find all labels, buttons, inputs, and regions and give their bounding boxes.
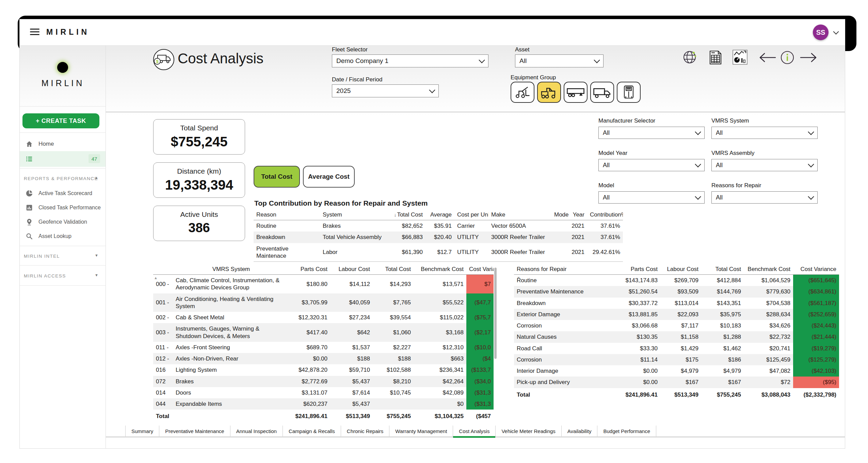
- create-task-button[interactable]: + CREATE TASK: [22, 113, 99, 128]
- model-year-select[interactable]: All: [598, 159, 705, 171]
- vmrs-assembly-select[interactable]: All: [711, 159, 818, 171]
- equipment-tile-semi-truck[interactable]: [537, 82, 561, 103]
- divider: [20, 106, 106, 107]
- date-fiscal-period-select[interactable]: 2025: [332, 84, 439, 97]
- column-header-model[interactable]: Model: [551, 210, 568, 220]
- collapse-down-icon[interactable]: ▼: [95, 273, 98, 277]
- column-header-parts-cost[interactable]: Parts Cost: [616, 264, 660, 275]
- cell: Corrosion: [514, 320, 616, 331]
- column-header-total-cost[interactable]: Total Cost: [390, 210, 425, 220]
- column-header-blank[interactable]: [153, 264, 173, 275]
- column-header-total-cost[interactable]: Total Cost: [373, 264, 414, 275]
- tab-summary[interactable]: Summary: [125, 426, 159, 436]
- column-header-cost-variance[interactable]: Cost Variance: [793, 264, 839, 275]
- tab-availability[interactable]: Availability: [562, 426, 598, 436]
- column-header-cost-variance[interactable]: Cost Variance: [466, 264, 494, 275]
- cell: Doors: [173, 387, 289, 398]
- sort-ascending-icon[interactable]: ▲: [154, 276, 158, 280]
- divider: [20, 265, 106, 266]
- vmrs-system-table: VMRS SystemParts CostLabour CostTotal Co…: [153, 264, 494, 422]
- manufacturer-selector-select[interactable]: All: [598, 127, 705, 139]
- kpi-distance: Distance (km) 19,338,394: [153, 162, 245, 198]
- export-table-icon[interactable]: [709, 50, 722, 65]
- kpi-total-spend: Total Spend $755,245: [153, 119, 245, 155]
- total-cell: ($2,332,798): [793, 388, 839, 400]
- sidebar-item-geofence-validation[interactable]: Geofence Validation: [20, 215, 106, 229]
- cell: 003 -: [153, 323, 173, 342]
- sort-descending-icon[interactable]: ▼: [517, 276, 520, 280]
- vmrs-system-select[interactable]: All: [711, 127, 818, 139]
- equipment-tile-reefer-unit[interactable]: [617, 82, 641, 103]
- sidebar-item-closed-task-performance[interactable]: Closed Task Performance: [20, 201, 106, 214]
- tab-campaign-recalls[interactable]: Campaign & Recalls: [283, 426, 341, 436]
- section-mirlin-intel[interactable]: MIRLIN INTEL: [24, 254, 60, 259]
- cell: $167: [701, 377, 744, 388]
- asset-select[interactable]: All: [515, 54, 604, 67]
- tab-chronic-repairs[interactable]: Chronic Repairs: [341, 426, 390, 436]
- column-header-year[interactable]: Year: [568, 210, 587, 220]
- sidebar-item-active-task-scorecard[interactable]: Active Task Scorecard: [20, 187, 106, 200]
- variance-cell: ($4: [466, 353, 494, 364]
- average-cost-toggle[interactable]: Average Cost: [303, 166, 355, 188]
- box-truck-icon: [593, 85, 612, 100]
- tab-cost-analysis[interactable]: Cost Analysis: [453, 426, 496, 436]
- column-header-benchmark-cost[interactable]: Benchmark Cost: [744, 264, 793, 275]
- vertical-scrollbar[interactable]: [494, 268, 497, 359]
- column-header-total-cost[interactable]: Total Cost: [701, 264, 744, 275]
- filter-label: Model: [598, 182, 705, 189]
- tab-budget-performance[interactable]: Budget Performance: [597, 426, 656, 436]
- reasons-for-repair-table: Reasons for RepairParts CostLabour CostT…: [514, 264, 839, 400]
- tab-preventative-maintenance[interactable]: Preventative Maintenance: [159, 426, 230, 436]
- total-cost-toggle[interactable]: Total Cost: [254, 166, 300, 188]
- column-header-reason[interactable]: Reason: [254, 210, 320, 220]
- sidebar-item-tasks[interactable]: 47: [20, 151, 106, 167]
- column-header-labour-cost[interactable]: Labour Cost: [330, 264, 373, 275]
- column-header-average[interactable]: Average: [425, 210, 454, 220]
- menu-icon[interactable]: [30, 29, 39, 36]
- tab-vehicle-meter-readings[interactable]: Vehicle Meter Readings: [496, 426, 561, 436]
- cell: $417.40: [289, 323, 330, 342]
- chevron-down-icon[interactable]: [833, 29, 839, 35]
- equipment-tile-box-truck[interactable]: [590, 82, 614, 103]
- collapse-down-icon[interactable]: ▼: [95, 253, 98, 257]
- tab-annual-inspection[interactable]: Annual Inspection: [230, 426, 283, 436]
- collapse-up-icon[interactable]: ▲: [95, 176, 98, 180]
- column-header-reasons-for-repair[interactable]: Reasons for Repair: [514, 264, 616, 275]
- column-header-system[interactable]: System: [320, 210, 390, 220]
- cell: $186: [701, 354, 744, 365]
- globe-icon[interactable]: [682, 50, 697, 65]
- cell: $188: [373, 353, 414, 364]
- tab-warranty-management[interactable]: Warranty Management: [389, 426, 453, 436]
- total-cell: Total: [514, 388, 616, 400]
- sidebar-item-home[interactable]: Home: [20, 137, 106, 151]
- sidebar-item-asset-lookup[interactable]: Asset Lookup: [20, 229, 106, 243]
- section-reports-performance[interactable]: REPORTS & PERFORMANCE: [24, 176, 98, 181]
- charts-icon[interactable]: [733, 50, 748, 65]
- model-select[interactable]: All: [598, 191, 705, 204]
- section-mirlin-access[interactable]: MIRLIN ACCESS: [24, 273, 66, 278]
- avatar[interactable]: SS: [813, 25, 829, 40]
- equipment-tile-flatbed-trailer[interactable]: [564, 82, 588, 103]
- info-icon[interactable]: [780, 50, 794, 65]
- back-arrow-icon[interactable]: [758, 52, 777, 63]
- column-header-parts-cost[interactable]: Parts Cost: [289, 264, 330, 275]
- chevron-down-icon: [429, 87, 435, 93]
- cell: $42,264: [414, 376, 466, 387]
- cell: 044: [153, 398, 173, 410]
- reasons-for-repair-select[interactable]: All: [711, 191, 818, 204]
- forward-arrow-icon[interactable]: [799, 52, 818, 63]
- equipment-tile-forklift[interactable]: [511, 82, 534, 103]
- cell: Lighting System: [173, 364, 289, 376]
- cell: $188: [330, 353, 373, 364]
- variance-cell: ($24,443): [793, 320, 839, 331]
- column-header-cost-per-unit-per-month[interactable]: Cost per Unit per Month: [454, 210, 488, 220]
- cell: Preventative Maintenace: [254, 243, 320, 262]
- cell: $40,059: [330, 293, 373, 312]
- variance-cell: ($125,279): [793, 354, 839, 365]
- column-header-make[interactable]: Make: [488, 210, 551, 220]
- column-header-labour-cost[interactable]: Labour Cost: [660, 264, 701, 275]
- fleet-selector-select[interactable]: Demo Company 1: [332, 54, 488, 67]
- column-header-contribution[interactable]: Contribution%: [587, 210, 623, 220]
- column-header-benchmark-cost[interactable]: Benchmark Cost: [414, 264, 466, 275]
- column-header-vmrs-system[interactable]: VMRS System: [173, 264, 289, 275]
